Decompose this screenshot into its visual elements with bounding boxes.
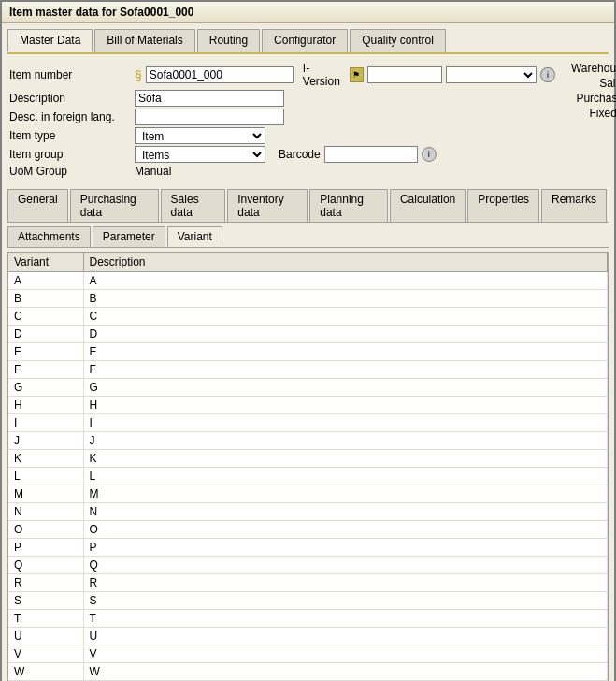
description-cell: D: [83, 326, 608, 343]
fixed-assets-row: Fixed assets: [559, 107, 616, 120]
version-icon[interactable]: ⚑: [350, 67, 365, 82]
inner-tab-bar: Attachments Parameter Variant: [7, 226, 609, 248]
iversion-select[interactable]: [446, 66, 537, 83]
tab-configurator[interactable]: Configurator: [262, 29, 348, 52]
tab-purchasing-data[interactable]: Purchasing data: [70, 189, 159, 222]
table-row[interactable]: GG: [8, 379, 608, 397]
barcode-info-icon[interactable]: i: [422, 147, 437, 162]
variant-cell: E: [8, 343, 83, 361]
item-number-icon: §: [135, 67, 142, 82]
tab-properties[interactable]: Properties: [467, 189, 539, 222]
description-cell: F: [83, 361, 608, 379]
table-row[interactable]: QQ: [8, 557, 608, 574]
tab-attachments[interactable]: Attachments: [7, 226, 91, 247]
variant-cell: C: [8, 308, 83, 326]
description-cell: Q: [83, 557, 608, 574]
variant-cell: A: [8, 272, 83, 290]
description-cell: T: [83, 610, 608, 628]
warehouse-item-row: Warehouse item: [559, 62, 616, 75]
variant-cell: L: [8, 468, 83, 485]
variant-cell: Q: [8, 557, 83, 574]
table-row[interactable]: OO: [8, 521, 608, 539]
item-number-input[interactable]: [146, 66, 294, 83]
tab-planning-data[interactable]: Planning data: [309, 189, 388, 222]
sales-item-label: Sales Item: [559, 77, 616, 90]
tab-general[interactable]: General: [7, 189, 68, 222]
description-cell: V: [83, 645, 608, 663]
checkbox-group: Warehouse item Sales Item Purchased part…: [559, 62, 616, 180]
description-cell: J: [83, 432, 608, 450]
table-row[interactable]: CC: [8, 308, 608, 326]
variant-cell: J: [8, 432, 83, 450]
table-row[interactable]: JJ: [8, 432, 608, 450]
table-row[interactable]: KK: [8, 450, 608, 468]
tab-remarks[interactable]: Remarks: [541, 189, 607, 222]
description-cell: S: [83, 592, 608, 610]
table-row[interactable]: BB: [8, 290, 608, 308]
item-group-select[interactable]: Items: [135, 146, 265, 163]
purchased-part-row: Purchased part: [559, 92, 616, 105]
table-row[interactable]: MM: [8, 485, 608, 503]
variant-cell: R: [8, 574, 83, 592]
title-bar: Item master data for Sofa0001_000: [2, 2, 614, 23]
table-row[interactable]: LL: [8, 468, 608, 485]
table-row[interactable]: EE: [8, 343, 608, 361]
warehouse-item-label: Warehouse item: [559, 62, 616, 75]
top-tab-bar: Master Data Bill of Materials Routing Co…: [7, 29, 609, 54]
variant-tbody: AABBCCDDEEFFGGHHIIJJKKLLMMNNOOPPQQRRSSTT…: [8, 272, 608, 682]
description-cell: L: [83, 468, 608, 485]
description-cell: C: [83, 308, 608, 326]
description-cell: I: [83, 414, 608, 432]
col-header-variant: Variant: [8, 253, 83, 272]
table-row[interactable]: II: [8, 414, 608, 432]
form-left: Item number § I-Version ⚑ i: [9, 62, 555, 180]
description-cell: G: [83, 379, 608, 397]
table-row[interactable]: PP: [8, 539, 608, 557]
description-cell: K: [83, 450, 608, 468]
table-row[interactable]: AA: [8, 272, 608, 290]
tab-sales-data[interactable]: Sales data: [161, 189, 226, 222]
table-row[interactable]: HH: [8, 397, 608, 414]
variant-table: Variant Description AABBCCDDEEFFGGHHIIJJ…: [8, 253, 608, 681]
item-group-row: Item group Items Barcode i: [9, 146, 555, 163]
tab-inventory-data[interactable]: Inventory data: [227, 189, 308, 222]
tab-calculation[interactable]: Calculation: [390, 189, 466, 222]
variant-cell: M: [8, 485, 83, 503]
table-row[interactable]: DD: [8, 326, 608, 343]
description-cell: A: [83, 272, 608, 290]
col-header-description: Description: [83, 253, 608, 272]
variant-cell: O: [8, 521, 83, 539]
barcode-input[interactable]: [324, 146, 418, 163]
variant-cell: P: [8, 539, 83, 557]
table-row[interactable]: SS: [8, 592, 608, 610]
description-cell: R: [83, 574, 608, 592]
table-row[interactable]: WW: [8, 663, 608, 681]
variant-cell: D: [8, 326, 83, 343]
tab-variant[interactable]: Variant: [167, 226, 222, 247]
uom-group-value: Manual: [135, 165, 171, 178]
variant-cell: K: [8, 450, 83, 468]
variant-cell: H: [8, 397, 83, 414]
tab-quality-control[interactable]: Quality control: [350, 29, 446, 52]
item-group-label: Item group: [9, 148, 131, 161]
tab-parameter[interactable]: Parameter: [93, 226, 165, 247]
desc-foreign-label: Desc. in foreign lang.: [9, 110, 131, 123]
table-row[interactable]: NN: [8, 503, 608, 521]
tab-routing[interactable]: Routing: [197, 29, 260, 52]
table-row[interactable]: FF: [8, 361, 608, 379]
iversion-input[interactable]: [367, 66, 442, 83]
info-icon[interactable]: i: [540, 67, 555, 82]
variant-cell: S: [8, 592, 83, 610]
variant-table-container: Variant Description AABBCCDDEEFFGGHHIIJJ…: [7, 252, 609, 681]
table-row[interactable]: UU: [8, 628, 608, 645]
table-row[interactable]: TT: [8, 610, 608, 628]
tab-master-data[interactable]: Master Data: [7, 29, 93, 52]
item-number-row: Item number § I-Version ⚑ i: [9, 62, 555, 88]
desc-foreign-input[interactable]: [135, 109, 284, 125]
tab-bill-of-materials[interactable]: Bill of Materials: [94, 29, 194, 52]
variant-cell: B: [8, 290, 83, 308]
item-type-select[interactable]: Item: [135, 127, 265, 144]
table-row[interactable]: VV: [8, 645, 608, 663]
description-input[interactable]: [135, 90, 284, 107]
table-row[interactable]: RR: [8, 574, 608, 592]
